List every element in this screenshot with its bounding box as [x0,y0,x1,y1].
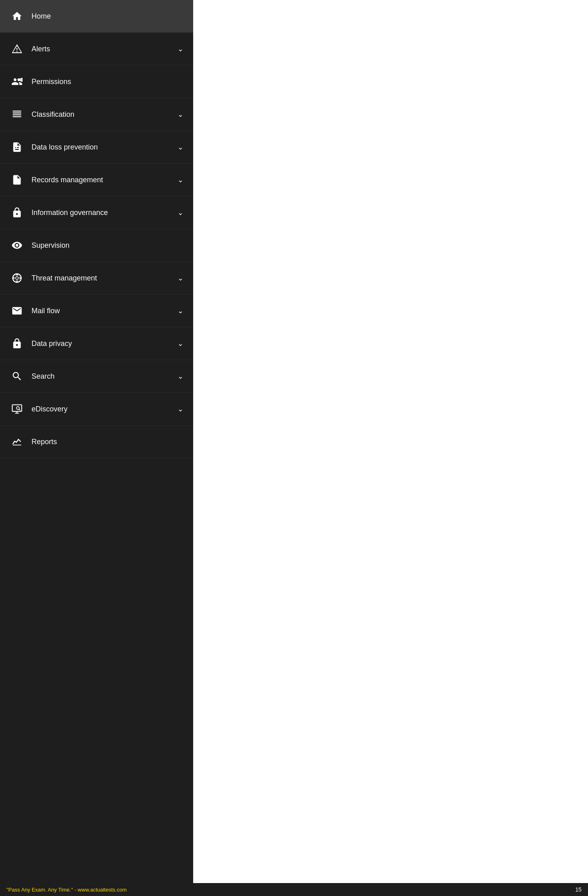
alerts-chevron: ⌄ [177,44,183,53]
ediscovery-chevron: ⌄ [177,405,183,413]
sidebar: Home Alerts ⌄ Permissions Cl [0,0,193,896]
sidebar-item-mail-flow-label: Mail flow [32,307,177,315]
reports-icon [10,434,24,449]
sidebar-item-alerts-label: Alerts [32,45,177,53]
sidebar-item-home[interactable]: Home [0,0,193,33]
sidebar-item-data-loss-prevention-label: Data loss prevention [32,143,177,152]
sidebar-item-threat-management-label: Threat management [32,274,177,283]
footer-text: "Pass Any Exam. Any Time." - www.actualt… [6,887,127,893]
data-privacy-icon [10,336,24,351]
footer-page: 15 [575,886,582,893]
footer-bar: "Pass Any Exam. Any Time." - www.actualt… [0,883,588,896]
threat-management-icon [10,271,24,285]
sidebar-item-data-privacy-label: Data privacy [32,339,177,348]
classification-chevron: ⌄ [177,110,183,119]
svg-point-8 [16,277,19,280]
sidebar-item-search[interactable]: Search ⌄ [0,360,193,393]
sidebar-item-ediscovery-label: eDiscovery [32,405,177,413]
svg-point-18 [17,407,19,409]
sidebar-item-records-management-label: Records management [32,176,177,184]
alerts-icon [10,42,24,56]
sidebar-item-supervision[interactable]: Supervision [0,229,193,262]
sidebar-item-reports[interactable]: Reports [0,426,193,458]
sidebar-item-alerts[interactable]: Alerts ⌄ [0,33,193,65]
supervision-icon [10,238,24,253]
ediscovery-icon [10,402,24,416]
sidebar-item-home-label: Home [32,12,183,21]
home-icon [10,9,24,23]
sidebar-item-search-label: Search [32,372,177,381]
sidebar-item-data-loss-prevention[interactable]: Data loss prevention ⌄ [0,131,193,164]
records-management-chevron: ⌄ [177,175,183,184]
records-management-icon [10,173,24,187]
sidebar-item-reports-label: Reports [32,438,183,446]
sidebar-item-classification[interactable]: Classification ⌄ [0,98,193,131]
mail-flow-icon [10,304,24,318]
sidebar-item-information-governance[interactable]: Information governance ⌄ [0,196,193,229]
sidebar-item-permissions[interactable]: Permissions [0,65,193,98]
sidebar-item-permissions-label: Permissions [32,78,183,86]
data-loss-prevention-chevron: ⌄ [177,143,183,152]
information-governance-chevron: ⌄ [177,208,183,217]
sidebar-item-records-management[interactable]: Records management ⌄ [0,164,193,196]
permissions-icon [10,74,24,89]
sidebar-item-mail-flow[interactable]: Mail flow ⌄ [0,295,193,327]
sidebar-item-information-governance-label: Information governance [32,209,177,217]
svg-rect-3 [16,147,17,149]
sidebar-item-data-privacy[interactable]: Data privacy ⌄ [0,327,193,360]
svg-point-7 [13,274,21,283]
threat-management-chevron: ⌄ [177,274,183,283]
classification-icon [10,107,24,122]
information-governance-icon [10,205,24,220]
svg-line-19 [19,409,20,411]
search-icon [10,369,24,384]
data-privacy-chevron: ⌄ [177,339,183,348]
sidebar-item-ediscovery[interactable]: eDiscovery ⌄ [0,393,193,426]
data-loss-prevention-icon [10,140,24,154]
main-content [193,0,588,896]
sidebar-item-threat-management[interactable]: Threat management ⌄ [0,262,193,295]
sidebar-item-classification-label: Classification [32,110,177,119]
sidebar-item-supervision-label: Supervision [32,241,183,250]
search-chevron: ⌄ [177,372,183,381]
mail-flow-chevron: ⌄ [177,306,183,315]
